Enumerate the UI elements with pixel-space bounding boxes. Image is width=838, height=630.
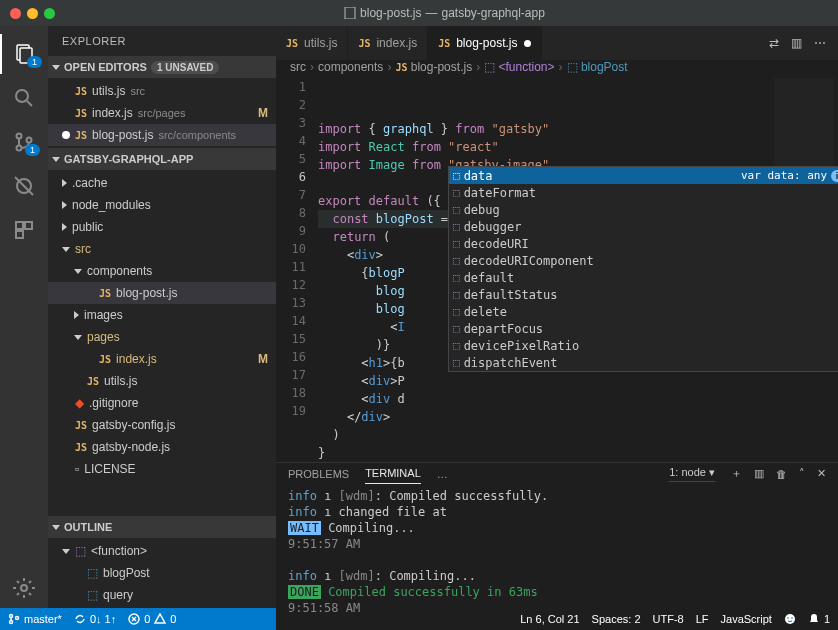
status-branch[interactable]: master* [8, 613, 62, 625]
file-item[interactable]: JSgatsby-config.js [48, 414, 276, 436]
suggest-item[interactable]: ⬚dateFormat [449, 184, 838, 201]
file-item[interactable]: JSgatsby-node.js [48, 436, 276, 458]
js-file-icon: JS [87, 376, 99, 387]
suggest-item[interactable]: ⬚delete [449, 303, 838, 320]
suggest-item[interactable]: ⬚debug [449, 201, 838, 218]
suggest-item[interactable]: ⬚debugger [449, 218, 838, 235]
folder-item[interactable]: images [48, 304, 276, 326]
file-item[interactable]: JSutils.js [48, 370, 276, 392]
editor-tab[interactable]: JSutils.js [276, 26, 348, 60]
settings-gear-icon[interactable] [0, 568, 48, 608]
suggest-item[interactable]: ⬚devicePixelRatio [449, 337, 838, 354]
breadcrumb-item[interactable]: components [318, 60, 383, 74]
breadcrumb-item[interactable]: ⬚ <function> [484, 60, 554, 74]
status-cursor[interactable]: Ln 6, Col 21 [520, 613, 579, 625]
breadcrumb-item[interactable]: JS blog-post.js [395, 60, 472, 74]
terminal-selector[interactable]: 1: node ▾ [669, 466, 715, 482]
file-item[interactable]: JSindex.jsM [48, 348, 276, 370]
git-file-icon: ◆ [75, 396, 84, 410]
window-title: blog-post.js — gatsby-graphql-app [61, 6, 828, 20]
status-encoding[interactable]: UTF-8 [653, 613, 684, 625]
file-item[interactable]: ◆.gitignore [48, 392, 276, 414]
status-sync[interactable]: 0↓ 1↑ [74, 613, 116, 625]
suggest-item[interactable]: ⬚datavar data: anyi [449, 167, 838, 184]
symbol-icon: ⬚ [75, 544, 86, 558]
folder-item[interactable]: node_modules [48, 194, 276, 216]
open-editor-item[interactable]: JSindex.jssrc/pagesM [48, 102, 276, 124]
open-editor-item[interactable]: JSutils.jssrc [48, 80, 276, 102]
panel-tab[interactable]: TERMINAL [365, 463, 421, 484]
status-spaces[interactable]: Spaces: 2 [592, 613, 641, 625]
suggest-item[interactable]: ⬚dispatchEvent [449, 354, 838, 371]
editor-tab[interactable]: JSindex.js [348, 26, 428, 60]
folder-item[interactable]: public [48, 216, 276, 238]
suggest-item[interactable]: ⬚departFocus [449, 320, 838, 337]
maximize-panel-icon[interactable]: ˄ [799, 467, 805, 480]
minimap[interactable] [774, 78, 834, 168]
code-editor[interactable]: 12345678910111213141516171819 import { g… [276, 74, 838, 462]
project-header[interactable]: GATSBY-GRAPHQL-APP [48, 148, 276, 170]
debug-icon[interactable] [0, 166, 48, 206]
svg-rect-10 [16, 222, 23, 229]
outline-item[interactable]: ⬚blogPost [48, 562, 276, 584]
js-file-icon: JS [75, 420, 87, 431]
suggest-item[interactable]: ⬚decodeURI [449, 235, 838, 252]
code-content[interactable]: import { graphql } from "gatsby"import R… [318, 74, 838, 462]
search-icon[interactable] [0, 78, 48, 118]
file-item[interactable]: JSblog-post.js [48, 282, 276, 304]
breadcrumb-item[interactable]: src [290, 60, 306, 74]
symbol-icon: ⬚ [484, 60, 495, 74]
outline-header[interactable]: OUTLINE [48, 516, 276, 538]
outline-item[interactable]: ⬚<function> [48, 540, 276, 562]
svg-point-7 [27, 138, 32, 143]
suggest-item[interactable]: ⬚defaultStatus [449, 286, 838, 303]
status-feedback-icon[interactable] [784, 613, 796, 625]
more-icon[interactable]: ⋯ [814, 36, 826, 50]
js-file-icon: JS [99, 354, 111, 365]
editor-tab[interactable]: JSblog-post.js [428, 26, 541, 60]
status-errors[interactable]: 0 0 [128, 613, 176, 625]
scm-badge: 1 [25, 144, 40, 156]
folder-item[interactable]: pages [48, 326, 276, 348]
breadcrumb[interactable]: src›components›JS blog-post.js›⬚ <functi… [276, 60, 838, 74]
svg-point-22 [791, 617, 793, 619]
folder-item[interactable]: .cache [48, 172, 276, 194]
open-editor-item[interactable]: JSblog-post.jssrc/components [48, 124, 276, 146]
js-file-icon: JS [99, 288, 111, 299]
suggest-item[interactable]: ⬚default [449, 269, 838, 286]
chevron-right-icon: › [310, 60, 314, 74]
panel-tab[interactable]: PROBLEMS [288, 464, 349, 484]
new-terminal-icon[interactable]: ＋ [731, 466, 742, 481]
maximize-window-icon[interactable] [44, 8, 55, 19]
status-notifications[interactable]: 1 [808, 613, 830, 625]
suggest-item[interactable]: ⬚decodeURIComponent [449, 252, 838, 269]
symbol-icon: ⬚ [567, 60, 578, 74]
outline-item[interactable]: ⬚query [48, 584, 276, 606]
explorer-badge: 1 [27, 56, 42, 68]
split-editor-icon[interactable]: ▥ [791, 36, 802, 50]
terminal-output[interactable]: info ı [wdm]: Compiled successfully.info… [276, 484, 838, 630]
status-language[interactable]: JavaScript [721, 613, 772, 625]
svg-point-15 [10, 621, 13, 624]
symbol-icon: ⬚ [453, 322, 460, 335]
open-editors-header[interactable]: OPEN EDITORS 1 UNSAVED [48, 56, 276, 78]
file-icon: ▫ [75, 462, 79, 476]
close-window-icon[interactable] [10, 8, 21, 19]
info-icon[interactable]: i [831, 170, 838, 182]
svg-rect-11 [25, 222, 32, 229]
close-panel-icon[interactable]: ✕ [817, 467, 826, 480]
minimize-window-icon[interactable] [27, 8, 38, 19]
status-eol[interactable]: LF [696, 613, 709, 625]
source-control-icon[interactable]: 1 [0, 122, 48, 162]
folder-item[interactable]: src [48, 238, 276, 260]
split-terminal-icon[interactable]: ▥ [754, 467, 764, 480]
breadcrumb-item[interactable]: ⬚ blogPost [567, 60, 628, 74]
panel-tab[interactable]: … [437, 464, 448, 484]
extensions-icon[interactable] [0, 210, 48, 250]
suggest-widget[interactable]: ⬚datavar data: anyi⬚dateFormat⬚debug⬚deb… [448, 166, 838, 372]
file-item[interactable]: ▫LICENSE [48, 458, 276, 480]
folder-item[interactable]: components [48, 260, 276, 282]
compare-icon[interactable]: ⇄ [769, 36, 779, 50]
explorer-icon[interactable]: 1 [0, 34, 48, 74]
trash-icon[interactable]: 🗑 [776, 468, 787, 480]
